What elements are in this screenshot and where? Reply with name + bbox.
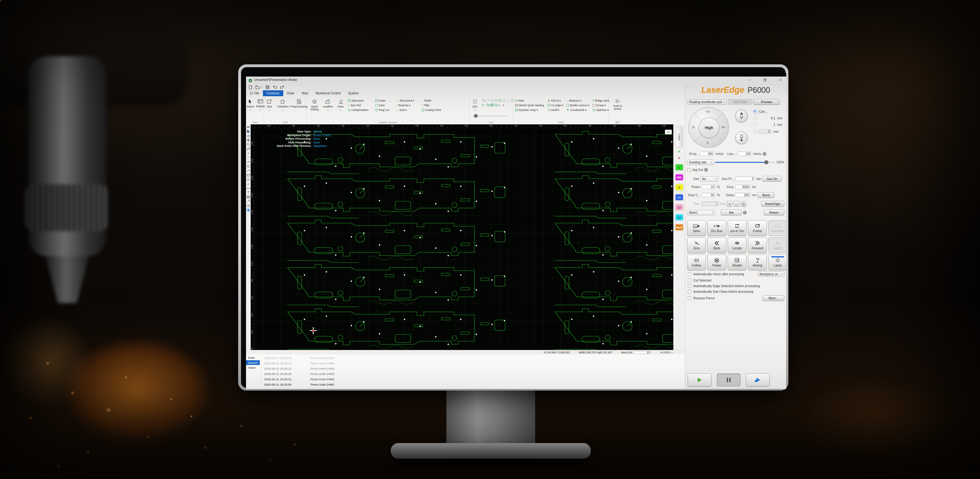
background-scene: Unnamed*(Presentation Mode) ▾ [0, 0, 980, 479]
vignette [0, 0, 980, 479]
